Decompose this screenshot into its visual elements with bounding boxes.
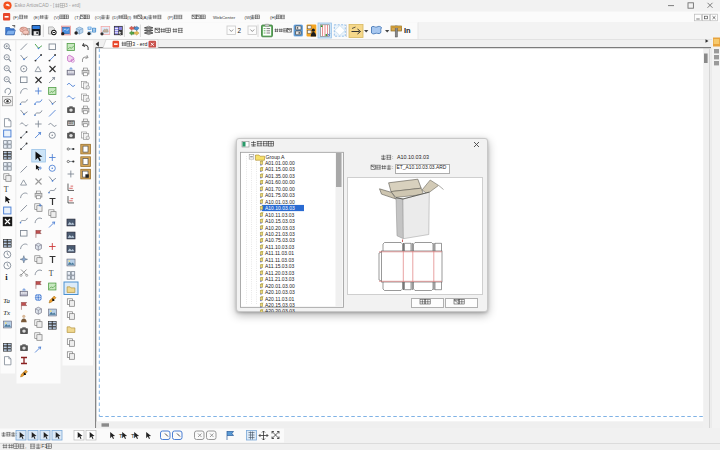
svg-text:(A): (A) [142,15,148,20]
svg-text:(D): (D) [112,15,119,20]
svg-text:Esko ArtiosCAD - [: Esko ArtiosCAD - [ [15,3,55,8]
svg-text:,: , [25,443,27,449]
svg-text:(V): (V) [54,15,60,20]
svg-text:(O): (O) [95,15,102,20]
svg-text:3 - erd]: 3 - erd] [65,3,80,8]
svg-text:3 - erd: 3 - erd [132,41,147,47]
svg-text:(W): (W) [245,15,253,20]
svg-text::: : [392,154,393,160]
svg-text:(I): (I) [127,15,132,20]
svg-text::: : [16,432,17,437]
svg-text:(H): (H) [270,15,277,20]
svg-text:(E): (E) [34,15,40,20]
svg-text:(T): (T) [75,15,81,20]
svg-text:(P): (P) [168,15,174,20]
svg-text:(F): (F) [13,15,19,20]
svg-text::: : [392,164,393,170]
svg-text:WebCenter: WebCenter [213,15,236,20]
